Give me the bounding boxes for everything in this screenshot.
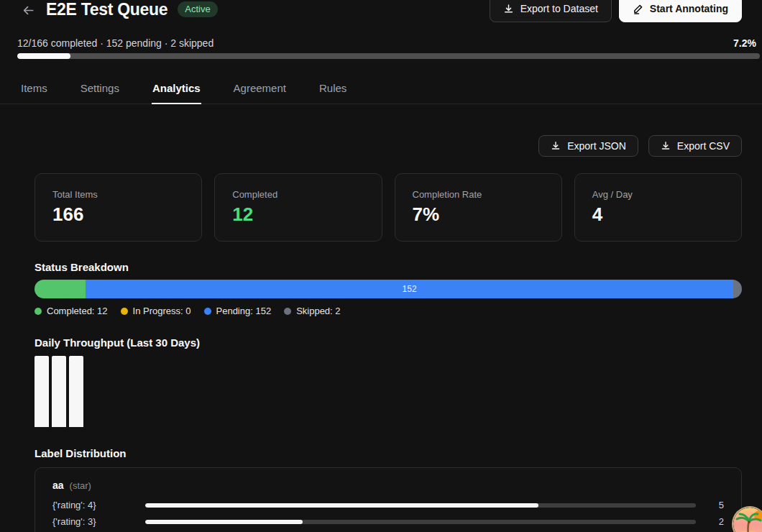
export-json-button[interactable]: Export JSON bbox=[538, 135, 638, 157]
label-distribution-title: Label Distribution bbox=[35, 447, 742, 459]
export-to-dataset-label: Export to Dataset bbox=[520, 3, 598, 14]
daily-throughput-chart bbox=[35, 356, 742, 427]
status-breakdown-bar: 152 bbox=[35, 280, 742, 298]
page-title: E2E Test Queue bbox=[46, 0, 167, 19]
legend-dot bbox=[204, 308, 211, 315]
status-breakdown-legend: Completed: 12In Progress: 0Pending: 152S… bbox=[35, 306, 742, 316]
label-row-track bbox=[145, 520, 696, 524]
stat-card-completed: Completed12 bbox=[214, 173, 382, 242]
label-group-type: (star) bbox=[70, 480, 91, 491]
label-row-value: 5 bbox=[696, 500, 724, 510]
status-segment-pending: 152 bbox=[86, 280, 733, 298]
daily-throughput-title: Daily Throughput (Last 30 Days) bbox=[35, 336, 742, 349]
stat-card-label: Completed bbox=[232, 189, 364, 200]
tab-bar: ItemsSettingsAnalyticsAgreementRules bbox=[0, 73, 762, 104]
start-annotating-button[interactable]: Start Annotating bbox=[619, 0, 742, 22]
back-button[interactable] bbox=[20, 2, 36, 18]
legend-dot bbox=[121, 308, 128, 315]
label-row-value: 2 bbox=[696, 516, 724, 527]
stat-card-label: Total Items bbox=[52, 189, 184, 200]
label-row: {'rating': 4}5 bbox=[52, 500, 724, 510]
throughput-bar bbox=[35, 356, 49, 427]
stat-card-label: Completion Rate bbox=[413, 189, 544, 200]
stat-card-completion-rate: Completion Rate7% bbox=[395, 173, 562, 242]
status-segment-completed bbox=[35, 280, 86, 298]
export-toolbar: Export JSON Export CSV bbox=[35, 135, 742, 157]
legend-label: Skipped: 2 bbox=[296, 306, 340, 316]
legend-item-skipped: Skipped: 2 bbox=[284, 306, 340, 316]
label-row-fill bbox=[145, 503, 538, 508]
progress-summary: 12/166 completed · 152 pending · 2 skipp… bbox=[17, 37, 214, 49]
status-badge: Active bbox=[178, 1, 217, 17]
status-breakdown-title: Status Breakdown bbox=[35, 261, 742, 273]
export-to-dataset-button[interactable]: Export to Dataset bbox=[490, 0, 612, 22]
label-group-name: aa bbox=[52, 480, 64, 491]
download-icon bbox=[661, 141, 671, 151]
label-row-name: {'rating': 4} bbox=[52, 500, 145, 510]
start-annotating-label: Start Annotating bbox=[650, 3, 728, 14]
stat-card-value: 166 bbox=[52, 203, 184, 226]
stat-card-value: 12 bbox=[232, 203, 364, 226]
download-icon bbox=[503, 4, 514, 14]
throughput-bar bbox=[52, 356, 66, 427]
legend-item-pending: Pending: 152 bbox=[204, 306, 272, 316]
stat-card-total-items: Total Items166 bbox=[35, 173, 202, 242]
progress-row: 12/166 completed · 152 pending · 2 skipp… bbox=[17, 37, 756, 49]
arrow-left-icon bbox=[22, 4, 35, 17]
annotation-queue-page: E2E Test Queue Active Export to Dataset … bbox=[0, 0, 762, 532]
tab-rules[interactable]: Rules bbox=[318, 73, 347, 104]
label-rows: {'rating': 4}5{'rating': 3}2 bbox=[52, 500, 724, 527]
pencil-icon bbox=[633, 4, 643, 14]
throughput-bar bbox=[69, 356, 83, 427]
legend-dot bbox=[284, 308, 291, 315]
legend-label: In Progress: 0 bbox=[133, 306, 191, 316]
download-icon bbox=[551, 141, 561, 151]
header-actions: Export to Dataset Start Annotating bbox=[490, 0, 742, 22]
legend-label: Completed: 12 bbox=[47, 306, 108, 316]
stat-cards: Total Items166Completed12Completion Rate… bbox=[35, 173, 742, 242]
status-segment-count: 152 bbox=[403, 284, 417, 294]
export-json-label: Export JSON bbox=[567, 140, 626, 152]
progress-percent: 7.2% bbox=[733, 37, 756, 49]
legend-item-completed: Completed: 12 bbox=[35, 306, 108, 316]
label-group-header: aa (star) bbox=[52, 480, 724, 491]
stat-card-avg-day: Avg / Day4 bbox=[574, 173, 742, 242]
stat-card-value: 4 bbox=[592, 203, 724, 226]
label-row: {'rating': 3}2 bbox=[52, 516, 724, 527]
tab-items[interactable]: Items bbox=[20, 73, 48, 104]
analytics-panel: Export JSON Export CSV Total Items166Com… bbox=[0, 135, 762, 532]
label-row-name: {'rating': 3} bbox=[52, 516, 145, 527]
tab-agreement[interactable]: Agreement bbox=[233, 73, 287, 104]
legend-item-in-progress: In Progress: 0 bbox=[121, 306, 191, 316]
export-csv-label: Export CSV bbox=[677, 140, 730, 152]
stat-card-label: Avg / Day bbox=[592, 189, 724, 200]
legend-label: Pending: 152 bbox=[216, 306, 272, 316]
progress-bar-fill bbox=[17, 53, 70, 59]
tab-analytics[interactable]: Analytics bbox=[152, 73, 201, 104]
status-segment-skipped bbox=[733, 280, 742, 298]
stat-card-value: 7% bbox=[413, 203, 544, 226]
tab-settings[interactable]: Settings bbox=[80, 73, 120, 104]
label-distribution-card: aa (star) {'rating': 4}5{'rating': 3}2 bbox=[35, 467, 742, 532]
header-left: E2E Test Queue Active bbox=[20, 0, 218, 19]
legend-dot bbox=[35, 308, 42, 315]
export-csv-button[interactable]: Export CSV bbox=[648, 135, 742, 157]
label-row-fill bbox=[145, 520, 303, 524]
header: E2E Test Queue Active Export to Dataset … bbox=[0, 0, 762, 22]
progress-bar bbox=[17, 53, 760, 59]
label-row-track bbox=[145, 503, 696, 508]
